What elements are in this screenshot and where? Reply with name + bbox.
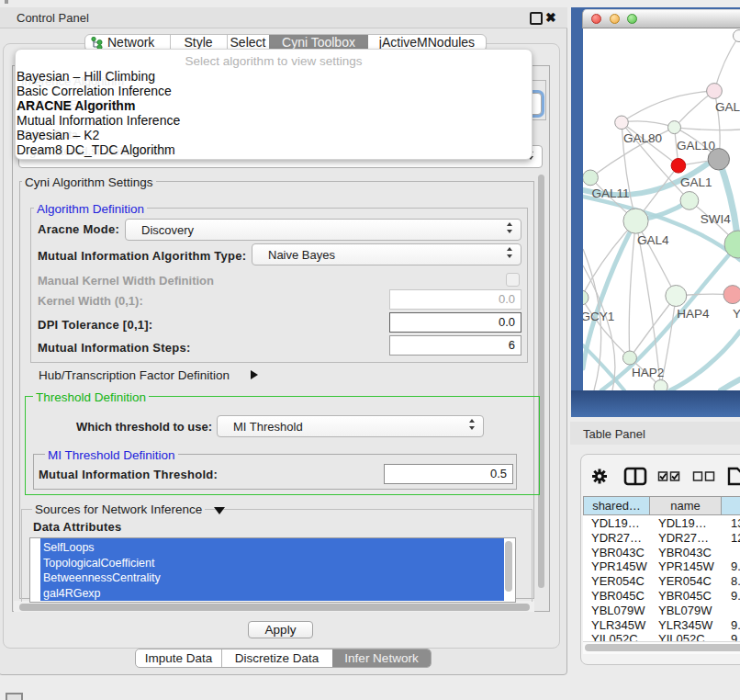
svg-text:GAL11: GAL11 <box>591 186 629 200</box>
svg-text:GCY1: GCY1 <box>583 310 614 323</box>
svg-text:YB: YB <box>733 307 740 321</box>
svg-text:GAL4: GAL4 <box>637 233 669 247</box>
svg-text:HAP4: HAP4 <box>677 307 710 321</box>
svg-text:HAP2: HAP2 <box>632 366 664 379</box>
svg-text:GAL2: GAL2 <box>715 100 740 114</box>
svg-text:GAL10: GAL10 <box>677 139 715 152</box>
svg-text:GAL1: GAL1 <box>680 175 712 189</box>
svg-text:GAL80: GAL80 <box>623 131 662 145</box>
svg-text:SWI4: SWI4 <box>701 212 731 226</box>
